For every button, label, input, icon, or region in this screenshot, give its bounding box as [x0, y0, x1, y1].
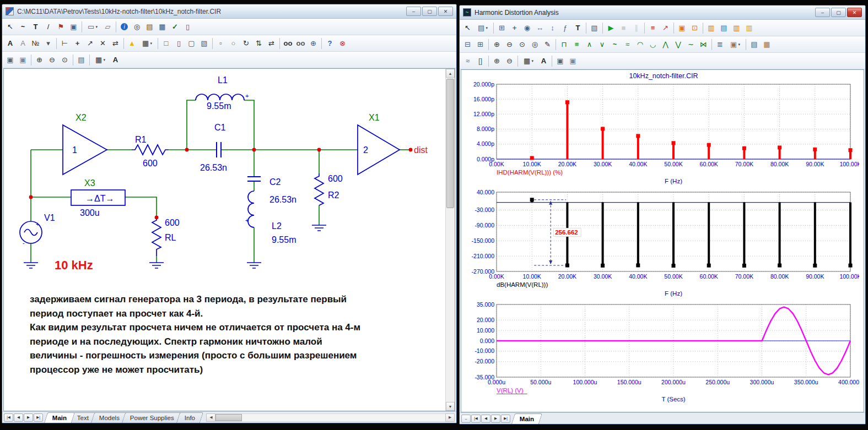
display-options-icon[interactable]: ▾: [42, 37, 55, 50]
performance-tag-icon[interactable]: ƒ: [559, 22, 572, 34]
last-tab-button[interactable]: ▶|: [34, 413, 43, 422]
zoom-in-icon[interactable]: ⊕: [490, 39, 503, 51]
inverted-triangle-icon[interactable]: ∨: [596, 39, 608, 51]
text-list-icon[interactable]: ▤: [748, 39, 761, 51]
prev-tab-button[interactable]: ◀: [14, 413, 23, 422]
next-tab-button[interactable]: ▶: [491, 415, 500, 423]
copy-page-icon[interactable]: ▣: [567, 55, 579, 67]
peaks-icon[interactable]: ⋀: [659, 39, 672, 51]
sine-wave-icon[interactable]: ~: [608, 39, 621, 51]
node-probe-icon[interactable]: ◎: [131, 21, 143, 33]
prev-tab-button[interactable]: ◀: [481, 415, 490, 423]
run-icon[interactable]: ▶: [605, 22, 617, 34]
minimize-button[interactable]: –: [815, 8, 830, 17]
cascade-icon[interactable]: ≣: [714, 39, 726, 51]
rotate-icon[interactable]: ↻: [240, 37, 252, 50]
zoom-fit-icon[interactable]: ⊙: [516, 39, 529, 51]
info-mode-icon[interactable]: i: [118, 21, 131, 33]
circle-select-icon[interactable]: ○: [227, 37, 240, 50]
horizontal-scroll-thumb[interactable]: [215, 414, 242, 421]
triangle-wave-icon[interactable]: ∧: [583, 39, 596, 51]
clipboard-icon[interactable]: ▣▾: [726, 39, 744, 51]
vertical-scrollbar[interactable]: ▲ ▼: [445, 69, 455, 411]
compare-waveforms-icon[interactable]: ≈: [461, 55, 474, 67]
copy-to-front-icon[interactable]: ▣: [17, 54, 29, 66]
scroll-down-button[interactable]: ▼: [446, 402, 455, 411]
splitter-button[interactable]: –: [461, 415, 471, 423]
resistor-rl[interactable]: [152, 217, 161, 256]
grid-options-icon[interactable]: ▦▾: [520, 55, 537, 67]
find-next-icon[interactable]: oo: [294, 37, 307, 50]
zoom-out-icon[interactable]: ⊖: [503, 55, 516, 67]
resistor-r1[interactable]: [132, 145, 169, 155]
valleys-icon[interactable]: ⋁: [672, 39, 684, 51]
component-palette-icon[interactable]: ▭▾: [84, 21, 101, 33]
overlay-wave-icon[interactable]: ≈: [621, 39, 634, 51]
analysis-window-titlebar[interactable]: ~ Harmonic Distortion Analysis – ▢ ✕: [460, 6, 865, 20]
page-preview-icon[interactable]: ▤: [75, 54, 88, 66]
document-icon[interactable]: ▯: [181, 21, 194, 33]
magnify-icon[interactable]: ◎: [529, 39, 541, 51]
envelope-down-icon[interactable]: ◡: [646, 39, 659, 51]
first-tab-button[interactable]: |◀: [4, 413, 13, 422]
slope-marker-icon[interactable]: ↗: [84, 37, 96, 50]
first-tab-button[interactable]: |◀: [471, 415, 481, 423]
maximize-button[interactable]: ▢: [831, 8, 846, 17]
edit-icon[interactable]: ✎: [541, 39, 554, 51]
properties-icon[interactable]: ▧: [588, 22, 601, 34]
stepping-icon[interactable]: ≡: [646, 22, 659, 34]
zoom-out-icon[interactable]: ⊖: [46, 54, 58, 66]
grid-text-icon[interactable]: A: [17, 37, 29, 50]
capacitor-c1[interactable]: [217, 142, 221, 157]
grid-snap-icon[interactable]: ▦▾: [91, 54, 109, 66]
horizontal-scrollbar[interactable]: ◀ ▶: [206, 413, 455, 422]
zoom-in-icon[interactable]: ⊕: [490, 55, 503, 67]
help-icon[interactable]: ?: [324, 37, 336, 50]
scroll-up-button[interactable]: ▲: [446, 69, 455, 78]
tab-main[interactable]: Main: [44, 412, 75, 423]
scale-mode-icon[interactable]: ⊞: [495, 22, 508, 34]
horizontal-scroll-track[interactable]: [215, 413, 445, 422]
multi-trace-icon[interactable]: ≡: [570, 39, 583, 51]
last-tab-button[interactable]: ▶|: [501, 415, 510, 423]
design-rules-icon[interactable]: ✓: [169, 21, 181, 33]
point-tag-icon[interactable]: ◉: [521, 22, 533, 34]
copy-graph-icon[interactable]: ▣: [554, 55, 567, 67]
stop-icon[interactable]: ⊗: [336, 37, 349, 50]
pause-icon[interactable]: ∥: [630, 22, 643, 34]
select-icon[interactable]: ↖: [4, 21, 17, 33]
tab-main[interactable]: Main: [511, 413, 542, 424]
text-icon[interactable]: T: [572, 22, 584, 34]
resistor-r2[interactable]: [315, 173, 324, 205]
minimize-button[interactable]: –: [406, 7, 421, 16]
font-icon[interactable]: A: [537, 55, 550, 67]
next-tab-button[interactable]: ▶: [24, 413, 33, 422]
square-wave-icon[interactable]: ⊓: [558, 39, 570, 51]
shape-mode-icon[interactable]: ▱: [101, 21, 114, 33]
cursor-mode-icon[interactable]: +: [508, 22, 521, 34]
select-icon[interactable]: ↖: [461, 22, 474, 34]
cross-wire-icon[interactable]: +: [71, 37, 84, 50]
vertical-scroll-thumb[interactable]: [446, 79, 454, 208]
schematic-canvas[interactable]: X2 1 X1 2 R1 600 L1 9.55m + C1 26.53n C2…: [3, 68, 455, 411]
scroll-right-button[interactable]: ▶: [445, 413, 455, 422]
inductor-l2[interactable]: [248, 191, 254, 227]
numeric-output-icon[interactable]: ▣: [676, 22, 688, 34]
find-icon[interactable]: oo: [282, 37, 294, 50]
vertical-tag-icon[interactable]: ↕: [546, 22, 559, 34]
capacitor-c2[interactable]: [247, 177, 261, 181]
opamp-x2[interactable]: [63, 125, 107, 175]
page-icon[interactable]: ▯: [172, 37, 185, 50]
zoom-in-icon[interactable]: ⊕: [33, 54, 46, 66]
close-button[interactable]: ✕: [847, 8, 862, 17]
plot-window-icon[interactable]: ▤▾: [474, 22, 492, 34]
zoom-100-icon[interactable]: ⊙: [58, 54, 71, 66]
tab-info[interactable]: Info: [176, 412, 203, 423]
select-area-icon[interactable]: ▫: [214, 37, 227, 50]
grid-icon[interactable]: ▦▾: [138, 37, 156, 50]
flip-vertical-icon[interactable]: ⇅: [252, 37, 265, 50]
delete-all-objects-icon[interactable]: ⊟: [461, 39, 474, 51]
browse-icon[interactable]: ⊕: [307, 37, 320, 50]
attribute-text-icon[interactable]: A: [4, 37, 17, 50]
optimizer-icon[interactable]: ↗: [659, 22, 672, 34]
